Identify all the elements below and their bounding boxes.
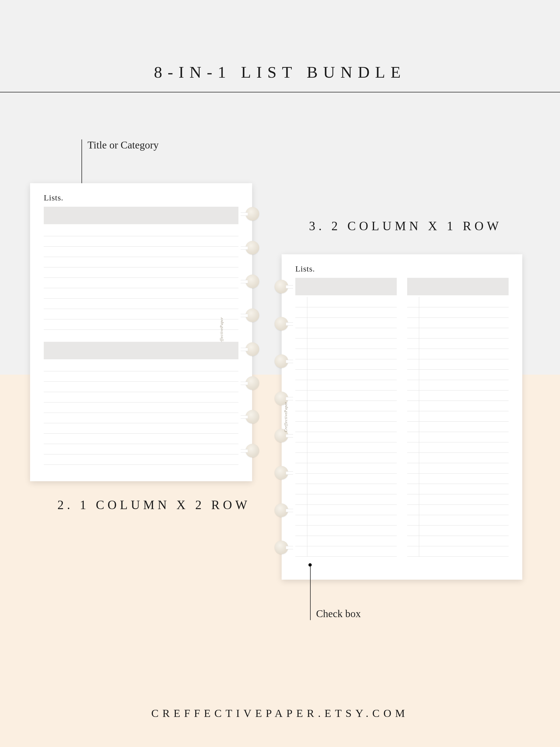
- check-box-slot[interactable]: [295, 380, 307, 390]
- list-line[interactable]: [44, 403, 238, 413]
- list-line[interactable]: [295, 453, 397, 463]
- check-box-slot[interactable]: [295, 536, 307, 546]
- list-line[interactable]: [407, 401, 509, 411]
- check-box-slot[interactable]: [407, 432, 419, 442]
- list-line[interactable]: [407, 473, 509, 484]
- list-line[interactable]: [407, 515, 509, 525]
- list-line[interactable]: [44, 257, 238, 267]
- check-box-slot[interactable]: [407, 515, 419, 525]
- check-box-slot[interactable]: [407, 422, 419, 432]
- check-box-slot[interactable]: [407, 359, 419, 369]
- check-box-slot[interactable]: [295, 297, 307, 307]
- check-box-slot[interactable]: [295, 484, 307, 494]
- list-line[interactable]: [44, 371, 238, 382]
- check-box-slot[interactable]: [295, 422, 307, 432]
- list-line[interactable]: [407, 307, 509, 318]
- check-box-slot[interactable]: [295, 473, 307, 484]
- list-title-field[interactable]: [44, 207, 238, 224]
- check-box-slot[interactable]: [407, 442, 419, 453]
- check-box-slot[interactable]: [407, 536, 419, 546]
- list-line[interactable]: [407, 453, 509, 463]
- check-box-slot[interactable]: [407, 411, 419, 421]
- list-line[interactable]: [295, 546, 397, 557]
- list-line[interactable]: [44, 236, 238, 247]
- list-line[interactable]: [295, 411, 397, 422]
- check-box-slot[interactable]: [407, 297, 419, 307]
- list-line[interactable]: [44, 361, 238, 371]
- check-box-slot[interactable]: [407, 473, 419, 484]
- check-box-slot[interactable]: [295, 349, 307, 359]
- list-line[interactable]: [295, 370, 397, 380]
- check-box-slot[interactable]: [295, 328, 307, 338]
- check-box-slot[interactable]: [407, 318, 419, 328]
- check-box-slot[interactable]: [295, 494, 307, 505]
- list-line[interactable]: [407, 442, 509, 453]
- list-line[interactable]: [407, 349, 509, 359]
- list-line[interactable]: [407, 411, 509, 422]
- list-line[interactable]: [407, 546, 509, 557]
- check-box-slot[interactable]: [295, 318, 307, 328]
- check-box-slot[interactable]: [295, 338, 307, 349]
- check-box-slot[interactable]: [295, 515, 307, 525]
- list-line[interactable]: [295, 494, 397, 505]
- list-line[interactable]: [407, 328, 509, 338]
- check-box-slot[interactable]: [295, 505, 307, 515]
- list-line[interactable]: [44, 319, 238, 330]
- check-box-slot[interactable]: [407, 494, 419, 505]
- check-box-slot[interactable]: [407, 453, 419, 463]
- check-box-slot[interactable]: [407, 307, 419, 317]
- list-line[interactable]: [44, 309, 238, 319]
- list-line[interactable]: [295, 484, 397, 494]
- list-line[interactable]: [295, 401, 397, 411]
- list-line[interactable]: [407, 536, 509, 546]
- list-line[interactable]: [407, 525, 509, 536]
- list-line[interactable]: [295, 307, 397, 318]
- check-box-slot[interactable]: [407, 401, 419, 411]
- check-box-slot[interactable]: [407, 463, 419, 473]
- check-box-slot[interactable]: [295, 546, 307, 557]
- list-line[interactable]: [295, 297, 397, 307]
- list-line[interactable]: [295, 380, 397, 390]
- check-box-slot[interactable]: [407, 380, 419, 390]
- list-line[interactable]: [295, 338, 397, 349]
- check-box-slot[interactable]: [407, 505, 419, 515]
- list-line[interactable]: [295, 359, 397, 370]
- list-line[interactable]: [44, 413, 238, 423]
- list-line[interactable]: [295, 318, 397, 328]
- list-line[interactable]: [44, 434, 238, 444]
- list-line[interactable]: [295, 473, 397, 484]
- list-line[interactable]: [44, 247, 238, 257]
- check-box-slot[interactable]: [295, 411, 307, 421]
- list-line[interactable]: [407, 338, 509, 349]
- check-box-slot[interactable]: [295, 307, 307, 317]
- list-line[interactable]: [44, 444, 238, 455]
- list-title-field[interactable]: [407, 278, 509, 295]
- list-line[interactable]: [407, 390, 509, 401]
- check-box-slot[interactable]: [407, 328, 419, 338]
- list-line[interactable]: [407, 297, 509, 307]
- list-line[interactable]: [407, 432, 509, 442]
- check-box-slot[interactable]: [295, 401, 307, 411]
- check-box-slot[interactable]: [407, 370, 419, 380]
- list-line[interactable]: [44, 226, 238, 236]
- list-line[interactable]: [407, 505, 509, 515]
- list-line[interactable]: [407, 380, 509, 390]
- list-line[interactable]: [44, 455, 238, 465]
- check-box-slot[interactable]: [407, 349, 419, 359]
- list-line[interactable]: [44, 288, 238, 299]
- check-box-slot[interactable]: [295, 453, 307, 463]
- list-line[interactable]: [295, 505, 397, 515]
- list-line[interactable]: [407, 422, 509, 432]
- check-box-slot[interactable]: [295, 359, 307, 369]
- list-title-field[interactable]: [44, 342, 238, 359]
- check-box-slot[interactable]: [295, 463, 307, 473]
- list-line[interactable]: [44, 423, 238, 434]
- list-line[interactable]: [295, 422, 397, 432]
- list-line[interactable]: [295, 390, 397, 401]
- check-box-slot[interactable]: [295, 370, 307, 380]
- list-line[interactable]: [295, 349, 397, 359]
- check-box-slot[interactable]: [295, 432, 307, 442]
- list-line[interactable]: [407, 484, 509, 494]
- list-line[interactable]: [44, 299, 238, 309]
- list-line[interactable]: [295, 515, 397, 525]
